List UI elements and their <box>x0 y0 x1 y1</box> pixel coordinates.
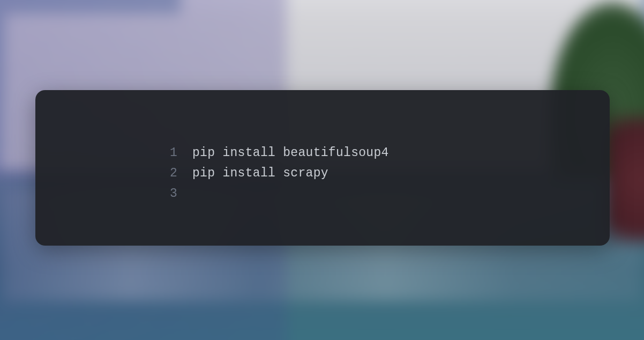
line-number: 1 <box>161 143 177 163</box>
code-line[interactable]: 2 pip install scrapy <box>161 163 610 183</box>
code-content: pip install beautifulsoup4 <box>192 143 389 163</box>
line-number: 3 <box>161 183 177 204</box>
code-content: pip install scrapy <box>192 163 328 183</box>
code-editor-panel[interactable]: 1 pip install beautifulsoup4 2 pip insta… <box>35 90 610 246</box>
line-number: 2 <box>161 163 177 183</box>
bg-foliage-right-layer <box>605 114 644 245</box>
code-line[interactable]: 3 <box>161 183 610 204</box>
code-line[interactable]: 1 pip install beautifulsoup4 <box>161 143 610 163</box>
